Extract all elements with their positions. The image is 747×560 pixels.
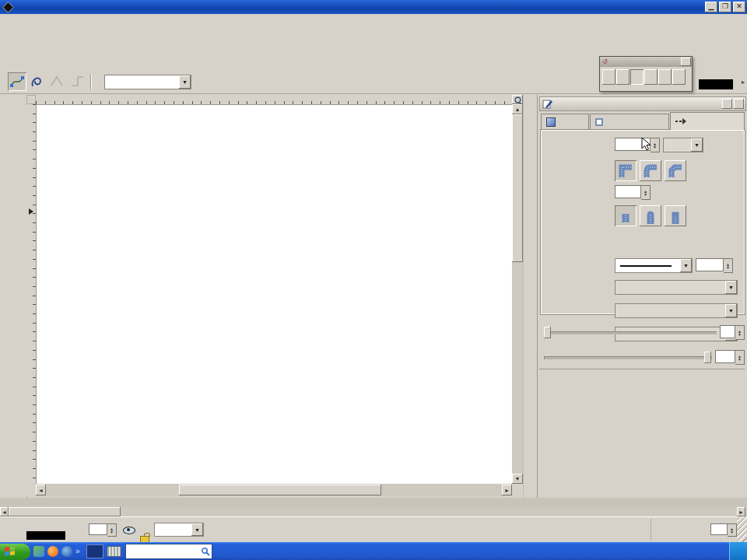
recorder-record-button[interactable] [630, 69, 644, 85]
recorder-pause-button[interactable] [644, 69, 658, 85]
layer-visibility-icon[interactable] [123, 527, 135, 534]
panel-collapse-button[interactable] [722, 99, 732, 109]
recorder-window[interactable]: ↺ [599, 56, 693, 92]
maximize-button[interactable]: ❐ [719, 2, 731, 12]
stroke-width-spinbox[interactable]: ▲▼ [615, 138, 660, 152]
object-opacity-spinbox[interactable]: ▲▼ [89, 523, 117, 537]
toolbox [0, 95, 27, 498]
recorder-stop-button[interactable] [658, 69, 672, 85]
blur-slider[interactable] [544, 331, 717, 334]
join-round-button[interactable] [640, 160, 661, 181]
spinner-arrows-icon[interactable]: ▲▼ [641, 185, 651, 200]
recorder-x-button[interactable] [616, 69, 630, 85]
blur-slider-thumb[interactable] [544, 327, 551, 338]
palette-scroll-left-icon[interactable]: ◄ [0, 507, 9, 516]
keyboard-icon[interactable] [107, 546, 121, 557]
pointer-position [651, 519, 703, 541]
zoom-spinbox[interactable]: ▲▼ [710, 523, 737, 537]
resize-grip[interactable] [737, 516, 747, 542]
scroll-down-icon[interactable]: ▼ [512, 474, 523, 484]
recorder-title-bar[interactable]: ↺ [600, 57, 692, 67]
cap-round-button[interactable] [640, 205, 661, 226]
minimize-button[interactable]: ▁ [705, 2, 717, 12]
miter-join-icon [618, 163, 633, 179]
palette-scrollbar[interactable]: ◄ ► [0, 507, 747, 516]
blur-spinbox[interactable]: ▲▼ [720, 325, 745, 340]
vertical-scroll-thumb[interactable] [512, 114, 523, 262]
chevron-down-icon[interactable]: ▼ [179, 75, 191, 89]
bezier-path-icon [9, 74, 25, 89]
title-bar[interactable]: ▁ ❐ ✕ [0, 0, 747, 14]
palette-scroll-thumb[interactable] [9, 507, 121, 516]
chevron-down-icon[interactable]: ▼ [691, 138, 703, 152]
mode-paraxial-button[interactable] [68, 72, 87, 91]
drawing-canvas[interactable] [36, 104, 512, 484]
snap-toolbar [0, 28, 747, 49]
join-bevel-button[interactable] [665, 160, 686, 181]
chevron-down-icon[interactable]: ▼ [725, 281, 737, 294]
cap-square-button[interactable] [665, 205, 686, 226]
start-markers-combobox[interactable]: ▼ [615, 280, 738, 295]
zoom-corner-button[interactable] [512, 95, 523, 104]
chevron-down-icon[interactable]: ▼ [725, 304, 737, 317]
miter-limit-spinbox[interactable]: ▲▼ [615, 185, 651, 200]
mid-markers-combobox[interactable]: ▼ [615, 303, 738, 318]
start-button[interactable] [0, 544, 30, 560]
tab-stroke-style[interactable] [670, 112, 745, 130]
mode-bezier-button[interactable] [8, 72, 26, 91]
language-indicator[interactable] [86, 544, 103, 558]
shape-combobox[interactable]: ▼ [104, 75, 191, 89]
stroke-swatch[interactable] [26, 531, 65, 540]
unit-combobox[interactable]: ▼ [663, 138, 703, 152]
windows-flag-icon [5, 546, 15, 556]
spinner-arrows-icon[interactable]: ▲▼ [735, 325, 745, 340]
round-cap-icon [643, 208, 658, 224]
layer-combobox[interactable]: ▼ [154, 523, 204, 537]
chevron-down-icon[interactable]: ▼ [680, 259, 692, 272]
dock-splitter[interactable] [523, 95, 538, 498]
color-palette [0, 498, 747, 507]
spinner-arrows-icon[interactable]: ▲▼ [735, 350, 745, 365]
scroll-left-icon[interactable]: ◄ [36, 485, 46, 495]
status-bar: ▲▼ ▼ ▲▼ [0, 516, 747, 543]
horizontal-scroll-thumb[interactable] [179, 485, 381, 495]
join-miter-button[interactable] [615, 160, 637, 181]
tab-fill[interactable] [541, 114, 589, 130]
dash-pattern-combobox[interactable]: ▼ [615, 258, 693, 273]
vertical-scrollbar[interactable]: ▲ ▼ [512, 104, 523, 484]
spinner-arrows-icon[interactable]: ▲▼ [724, 258, 733, 273]
horizontal-scrollbar[interactable]: ◄ ► [36, 484, 512, 496]
panel-close-button[interactable] [734, 99, 744, 109]
mode-zigzag-button[interactable] [48, 72, 67, 91]
scroll-up-icon[interactable]: ▲ [512, 104, 523, 114]
quicklaunch-media-icon[interactable] [61, 546, 72, 557]
chevron-down-icon[interactable]: ▼ [191, 523, 203, 536]
recorder-close-button[interactable] [681, 58, 691, 66]
tab-stroke-paint[interactable] [590, 114, 669, 130]
panel-title-bar[interactable] [539, 96, 746, 111]
stroke-style-tab-icon [675, 117, 686, 125]
spiro-icon [30, 74, 45, 89]
paraxial-icon [70, 74, 86, 89]
mode-spiro-button[interactable] [28, 72, 47, 91]
close-button[interactable]: ✕ [733, 2, 745, 12]
inkscape-icon [2, 2, 14, 13]
inkscape-window: ▁ ❐ ✕ ▼ ▸ [0, 0, 747, 560]
recorder-play-button[interactable] [672, 69, 686, 85]
spinner-arrows-icon[interactable]: ▲▼ [107, 523, 117, 537]
dash-offset-spinbox[interactable]: ▲▼ [696, 258, 733, 273]
opacity-slider-thumb[interactable] [704, 352, 711, 363]
spinner-arrows-icon[interactable]: ▲▼ [728, 523, 737, 537]
quicklaunch-pictures-icon[interactable] [33, 546, 44, 557]
fill-tab-icon [546, 117, 556, 127]
quicklaunch-firefox-icon[interactable] [47, 546, 58, 557]
quicklaunch-overflow-icon[interactable]: » [75, 547, 80, 555]
round-join-icon [643, 163, 658, 179]
palette-scroll-right-icon[interactable]: ► [737, 507, 745, 516]
recorder-m-button[interactable] [602, 69, 615, 85]
cap-butt-button[interactable] [615, 205, 637, 226]
opacity-slider[interactable] [544, 356, 712, 359]
opacity-spinbox[interactable]: ▲▼ [715, 350, 745, 365]
scroll-right-icon[interactable]: ► [502, 485, 512, 495]
desktop-search-box[interactable] [125, 544, 212, 559]
